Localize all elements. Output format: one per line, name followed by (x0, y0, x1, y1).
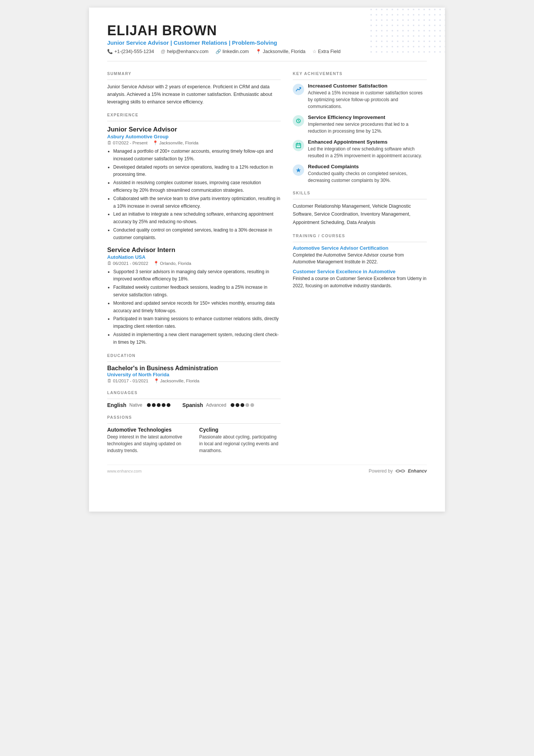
email-value: help@enhancv.com (167, 49, 209, 54)
lang-name-spanish: Spanish (183, 402, 203, 408)
star-extra-icon: ☆ (312, 49, 317, 54)
passion-item-1: Automotive Technologies Deep interest in… (107, 427, 189, 454)
training-item-2: Customer Service Excellence in Automotiv… (293, 269, 427, 289)
bullet-1-6: Conducted quality control on completed s… (113, 227, 281, 242)
training-title-1: Automotive Service Advisor Certification (293, 245, 427, 251)
job-meta-1: 🗓 07/2022 - Present 📍 Jacksonville, Flor… (107, 140, 281, 146)
extra-value: Extra Field (318, 49, 341, 54)
languages-row: English Native Spanish Advanced (107, 402, 281, 408)
education-label: EDUCATION (107, 353, 281, 358)
summary-divider (107, 80, 281, 80)
phone-icon: 📞 (107, 49, 113, 54)
job-location-1: 📍 Jacksonville, Florida (153, 140, 198, 146)
achievement-icon-3 (293, 140, 304, 151)
training-divider (293, 242, 427, 242)
training-item-1: Automotive Service Advisor Certification… (293, 245, 427, 266)
passion-title-2: Cycling (199, 427, 281, 433)
job-company-2: AutoNation USA (107, 254, 281, 260)
experience-label: EXPERIENCE (107, 113, 281, 117)
job-dates-1: 🗓 07/2022 - Present (107, 141, 147, 145)
passions-divider (107, 423, 281, 424)
training-desc-2: Finished a course on Customer Service Ex… (293, 275, 427, 289)
summary-label: SUMMARY (107, 71, 281, 76)
lang-dots-english (147, 403, 170, 407)
language-english: English Native (107, 402, 170, 408)
pin-icon-2: 📍 (153, 261, 159, 266)
calendar-icon-1: 🗓 (107, 141, 112, 145)
training-title-2: Customer Service Excellence in Automotiv… (293, 269, 427, 274)
lang-dot (245, 403, 249, 407)
bullet-1-2: Developed detailed reports on service op… (113, 164, 281, 179)
language-spanish: Spanish Advanced (183, 402, 255, 408)
candidate-title: Junior Service Advisor | Customer Relati… (107, 39, 427, 46)
lang-dot (162, 403, 166, 407)
email-contact: @ help@enhancv.com (161, 49, 209, 54)
lang-dot (167, 403, 170, 407)
passions-label: PASSIONS (107, 415, 281, 419)
location-value: Jacksonville, Florida (263, 49, 306, 54)
training-desc-1: Completed the Automotive Service Advisor… (293, 252, 427, 266)
linkedin-value: linkedin.com (223, 49, 249, 54)
job-title-2: Service Advisor Intern (107, 246, 281, 254)
achievement-text-3: Enhanced Appointment Systems Led the int… (308, 139, 427, 159)
candidate-name: ELIJAH BROWN (107, 23, 427, 39)
linkedin-icon: 🔗 (215, 49, 221, 54)
bullet-1-4: Collaborated with the service team to dr… (113, 195, 281, 210)
job-location-2: 📍 Orlando, Florida (153, 261, 191, 266)
skills-label: SKILLS (293, 191, 427, 195)
location-icon: 📍 (256, 49, 261, 54)
lang-dot (231, 403, 234, 407)
bullet-1-1: Managed a portfolio of 200+ customer acc… (113, 148, 281, 163)
skills-text: Customer Relationship Management, Vehicl… (293, 202, 427, 227)
achievement-icon-4 (293, 164, 304, 176)
achievement-title-4: Reduced Complaints (308, 164, 427, 169)
passions-grid: Automotive Technologies Deep interest in… (107, 427, 281, 454)
edu-location: 📍 Jacksonville, Florida (154, 378, 200, 383)
edu-school: University of North Florida (107, 372, 281, 377)
achievement-title-1: Increased Customer Satisfaction (308, 83, 427, 89)
lang-dot (152, 403, 156, 407)
lang-dot (157, 403, 161, 407)
left-column: SUMMARY Junior Service Advisor with 2 ye… (107, 64, 281, 454)
languages-label: LANGUAGES (107, 390, 281, 395)
pin-icon-1: 📍 (153, 140, 158, 146)
passion-title-1: Automotive Technologies (107, 427, 189, 433)
achievement-text-2: Service Efficiency Improvement Implement… (308, 114, 427, 135)
job-company-1: Asbury Automotive Group (107, 134, 281, 139)
bullet-2-3: Monitored and updated service records fo… (113, 300, 281, 315)
job-bullets-2: Supported 3 senior advisors in managing … (107, 268, 281, 346)
languages-divider (107, 399, 281, 399)
footer-brand: Powered by Enhancv (369, 468, 427, 474)
achievement-desc-2: Implemented new service procedures that … (308, 121, 427, 135)
lang-dot (240, 403, 244, 407)
right-column: KEY ACHIEVEMENTS Increased Customer Sati… (293, 64, 427, 454)
calendar-icon-2: 🗓 (107, 261, 112, 266)
bullet-1-3: Assisted in resolving complex customer i… (113, 179, 281, 194)
achievement-1: Increased Customer Satisfaction Achieved… (293, 83, 427, 110)
lang-level-english: Native (130, 402, 142, 408)
enhancv-logo-icon (395, 468, 406, 474)
edu-degree: Bachelor's in Business Administration (107, 365, 281, 372)
achievements-label: KEY ACHIEVEMENTS (293, 71, 427, 76)
bullet-2-1: Supported 3 senior advisors in managing … (113, 268, 281, 283)
job-bullets-1: Managed a portfolio of 200+ customer acc… (107, 148, 281, 242)
header-divider (107, 61, 427, 61)
resume-page: ELIJAH BROWN Junior Service Advisor | Cu… (89, 8, 445, 512)
lang-name-english: English (107, 402, 126, 408)
job-title-1: Junior Service Advisor (107, 126, 281, 133)
email-icon: @ (161, 49, 166, 54)
edu-meta: 🗓 01/2017 - 01/2021 📍 Jacksonville, Flor… (107, 378, 281, 383)
achievement-icon-2 (293, 115, 304, 127)
calendar-icon-edu: 🗓 (107, 379, 112, 383)
location-contact: 📍 Jacksonville, Florida (256, 49, 306, 54)
svg-rect-3 (296, 144, 301, 148)
header: ELIJAH BROWN Junior Service Advisor | Cu… (107, 23, 427, 54)
achievement-3: Enhanced Appointment Systems Led the int… (293, 139, 427, 159)
achievement-desc-4: Conducted quality checks on completed se… (308, 170, 427, 184)
lang-dot (147, 403, 151, 407)
achievement-title-3: Enhanced Appointment Systems (308, 139, 427, 145)
achievement-text-4: Reduced Complaints Conducted quality che… (308, 164, 427, 184)
pin-icon-edu: 📍 (154, 379, 159, 383)
bullet-2-2: Facilitated weekly customer feedback ses… (113, 284, 281, 299)
linkedin-contact: 🔗 linkedin.com (215, 49, 249, 54)
